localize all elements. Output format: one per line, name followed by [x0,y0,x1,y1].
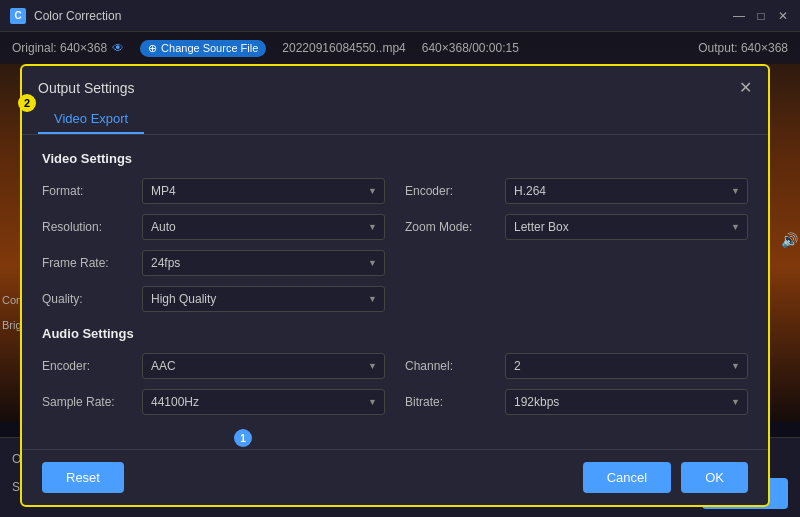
audio-encoder-row: Encoder: AAC [42,353,385,379]
format-select-wrapper: MP4 [142,178,385,204]
bitrate-row: Bitrate: 192kbps [405,389,748,415]
modal-title: Output Settings [38,80,135,96]
encoder-row: Encoder: H.264 [405,178,748,204]
resolution-select-wrapper: Auto [142,214,385,240]
app-title: Color Correction [34,9,121,23]
resolution-select[interactable]: Auto [142,214,385,240]
audio-encoder-select[interactable]: AAC [142,353,385,379]
ok-button[interactable]: OK [681,462,748,493]
audio-encoder-select-wrapper: AAC [142,353,385,379]
format-select[interactable]: MP4 [142,178,385,204]
title-bar: C Color Correction — □ ✕ [0,0,800,32]
channel-select-wrapper: 2 [505,353,748,379]
badge-2: 2 [18,94,36,112]
modal-close-button[interactable]: ✕ [739,78,752,97]
audio-encoder-label: Encoder: [42,359,132,373]
cancel-button[interactable]: Cancel [583,462,671,493]
quality-select[interactable]: High Quality [142,286,385,312]
bitrate-select[interactable]: 192kbps [505,389,748,415]
zoom-mode-label: Zoom Mode: [405,220,495,234]
encoder-select[interactable]: H.264 [505,178,748,204]
zoom-mode-row: Zoom Mode: Letter Box [405,214,748,240]
eye-icon: 👁 [112,41,124,55]
encoder-select-wrapper: H.264 [505,178,748,204]
format-row: Format: MP4 [42,178,385,204]
channel-select[interactable]: 2 [505,353,748,379]
format-label: Format: [42,184,132,198]
audio-settings-title: Audio Settings [42,326,748,341]
tab-video-export[interactable]: Video Export [38,105,144,134]
modal-header: Output Settings ✕ [22,66,768,97]
modal-content: Video Settings Format: MP4 Encoder: [22,135,768,445]
sample-rate-select-wrapper: 44100Hz [142,389,385,415]
channel-row: Channel: 2 [405,353,748,379]
video-settings-grid: Format: MP4 Encoder: H.264 [42,178,748,312]
bitrate-label: Bitrate: [405,395,495,409]
sample-rate-select[interactable]: 44100Hz [142,389,385,415]
encoder-label: Encoder: [405,184,495,198]
change-source-button[interactable]: ⊕ Change Source File [140,40,266,57]
output-info: Output: 640×368 [698,41,788,55]
modal-tabs: Video Export [22,97,768,135]
frame-rate-row: Frame Rate: 24fps [42,250,385,276]
dimensions-info: 640×368/00:00:15 [422,41,519,55]
resolution-row: Resolution: Auto [42,214,385,240]
frame-rate-select-wrapper: 24fps [142,250,385,276]
channel-label: Channel: [405,359,495,373]
info-bar: Original: 640×368 👁 ⊕ Change Source File… [0,32,800,64]
frame-rate-select[interactable]: 24fps [142,250,385,276]
zoom-mode-select[interactable]: Letter Box [505,214,748,240]
original-info: Original: 640×368 👁 [12,41,124,55]
main-area: Original: 640×368 👁 ⊕ Change Source File… [0,32,800,517]
minimize-button[interactable]: — [732,9,746,23]
sample-rate-label: Sample Rate: [42,395,132,409]
sample-rate-row: Sample Rate: 44100Hz [42,389,385,415]
volume-icon[interactable]: 🔊 [781,232,798,248]
plus-icon: ⊕ [148,42,157,55]
reset-button[interactable]: Reset [42,462,124,493]
filename-info: 20220916084550..mp4 [282,41,405,55]
close-button[interactable]: ✕ [776,9,790,23]
change-source-btn[interactable]: ⊕ Change Source File [140,40,266,57]
original-label: Original: 640×368 [12,41,107,55]
resolution-label: Resolution: [42,220,132,234]
modal-footer-right: Cancel OK [583,462,748,493]
window-controls: — □ ✕ [732,9,790,23]
quality-row: Quality: High Quality [42,286,385,312]
frame-rate-label: Frame Rate: [42,256,132,270]
output-settings-modal: Output Settings ✕ Video Export Video Set… [20,64,770,507]
zoom-mode-select-wrapper: Letter Box [505,214,748,240]
quality-select-wrapper: High Quality [142,286,385,312]
audio-settings-grid: Encoder: AAC Channel: 2 [42,353,748,415]
app-icon: C [10,8,26,24]
modal-footer: Reset Cancel OK [22,449,768,505]
bitrate-select-wrapper: 192kbps [505,389,748,415]
badge-1: 1 [234,429,252,447]
video-settings-title: Video Settings [42,151,748,166]
maximize-button[interactable]: □ [754,9,768,23]
quality-label: Quality: [42,292,132,306]
